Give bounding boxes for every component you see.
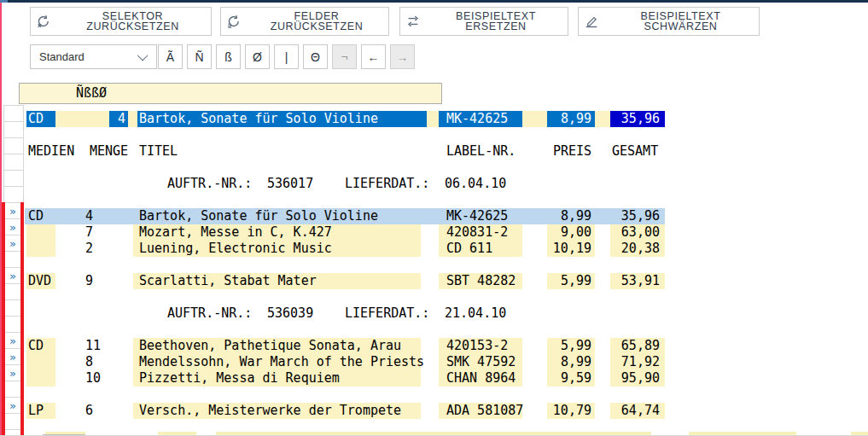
field-label-nr[interactable]: CHAN 8964 <box>439 370 522 387</box>
field-label-nr[interactable]: MK-42625 <box>439 111 522 127</box>
reset-selector-icon <box>36 14 51 29</box>
field-label-nr[interactable]: CD 611 <box>439 241 522 257</box>
field-gesamt[interactable]: 35,96 <box>610 111 665 127</box>
selector-cell-empty[interactable] <box>3 186 24 203</box>
field-medien[interactable]: LP <box>26 403 55 419</box>
field-label-nr[interactable]: 420153-2 <box>439 338 522 354</box>
field-menge[interactable]: 7 <box>85 224 126 241</box>
toolbar-button-reset-selector[interactable]: SELEKTOR ZURÜCKSETZEN <box>30 7 212 36</box>
field-preis[interactable]: 8,99 <box>547 354 595 370</box>
field-titel[interactable]: Luening, Electronic Music <box>133 241 421 257</box>
field-medien[interactable]: DVD <box>26 273 55 289</box>
field-menge[interactable]: 4 <box>109 111 128 127</box>
char-button-7[interactable]: ← <box>361 44 386 69</box>
field-titel[interactable]: Versch., Meisterwerke der Trompete <box>133 403 421 419</box>
selector-cell-empty[interactable] <box>5 299 20 316</box>
char-button-1[interactable]: Ñ <box>187 44 212 69</box>
row-select-chevron[interactable]: » <box>5 332 20 348</box>
field-titel[interactable]: Bartok, Sonate für Solo Violine <box>133 208 421 224</box>
field-preis[interactable]: 9,59 <box>547 370 595 387</box>
row-select-chevron[interactable]: » <box>5 202 20 218</box>
char-button-2[interactable]: ß <box>216 44 241 69</box>
field-gesamt[interactable]: 53,91 <box>610 273 665 289</box>
field-menge[interactable]: 8 <box>85 354 126 370</box>
chevron-right-icon: » <box>9 367 16 380</box>
reset-fields-icon <box>226 14 242 29</box>
top-input-field[interactable]: ÑßßØ <box>19 83 442 104</box>
field-preis[interactable]: 5,99 <box>547 273 595 289</box>
field-gap[interactable] <box>427 111 439 127</box>
field-gesamt[interactable]: 20,38 <box>610 241 665 257</box>
row-select-chevron[interactable]: » <box>5 267 20 283</box>
toolbar-button-replace-text[interactable]: BEISPIELTEXT ERSETZEN <box>399 7 568 36</box>
field-label-nr[interactable]: MK-42625 <box>439 208 522 224</box>
field-preis[interactable]: 10,79 <box>547 403 595 419</box>
row-select-chevron[interactable]: » <box>5 218 20 235</box>
char-button-4[interactable]: | <box>274 44 299 69</box>
order-item-row: DVD9Scarlatti, Stabat MaterSBT 482825,99… <box>0 273 868 289</box>
field-gap[interactable] <box>595 111 610 127</box>
field-menge[interactable]: 11 <box>85 338 126 354</box>
field-medien[interactable]: CD <box>26 111 55 127</box>
char-button-6: ¬ <box>332 44 357 69</box>
selector-cell-empty[interactable] <box>5 381 20 397</box>
field-gesamt[interactable]: 95,90 <box>610 370 665 387</box>
row-select-chevron[interactable]: » <box>5 364 20 381</box>
field-medien[interactable] <box>26 354 55 370</box>
row-select-chevron[interactable]: » <box>5 397 20 413</box>
row-select-chevron[interactable]: » <box>5 235 20 251</box>
field-menge[interactable]: 6 <box>85 403 126 419</box>
selector-cell-empty[interactable] <box>3 137 24 154</box>
field-label-nr[interactable]: SBT 48282 <box>439 273 522 289</box>
profile-dropdown[interactable]: Standard <box>30 44 157 69</box>
field-titel[interactable]: Beethoven, Pathetique Sonata, Arau <box>133 338 421 354</box>
char-button-3[interactable]: Ø <box>245 44 270 69</box>
field-menge[interactable]: 9 <box>85 273 126 289</box>
row-select-chevron[interactable]: » <box>5 348 20 364</box>
field-medien[interactable]: CD <box>26 208 55 224</box>
field-titel[interactable]: Pizzetti, Messa di Requiem <box>133 370 421 387</box>
field-titel[interactable]: Bartok, Sonate für Solo Violine <box>137 111 427 127</box>
field-gesamt[interactable]: 65,89 <box>610 338 665 354</box>
field-preis[interactable]: 9,00 <box>547 224 595 241</box>
field-medien[interactable] <box>26 370 55 387</box>
field-gesamt[interactable]: 63,00 <box>610 224 665 241</box>
field-medien[interactable] <box>26 224 55 241</box>
field-gesamt[interactable]: 35,96 <box>610 208 665 224</box>
char-button-0[interactable]: Ã <box>158 44 183 69</box>
field-preis[interactable]: 10,19 <box>547 241 595 257</box>
char-button-8: → <box>390 44 415 69</box>
field-preis[interactable]: 8,99 <box>547 111 595 127</box>
toolbar-button-reset-fields[interactable]: FELDER ZURÜCKSETZEN <box>220 7 389 36</box>
field-gap[interactable] <box>55 111 109 127</box>
field-preis[interactable]: 8,99 <box>547 208 595 224</box>
field-titel[interactable]: Scarlatti, Stabat Mater <box>133 273 421 289</box>
field-gap[interactable] <box>128 111 137 127</box>
field-label-nr[interactable]: SMK 47592 <box>439 354 522 370</box>
selector-cell-empty[interactable] <box>3 154 24 171</box>
field-menge[interactable]: 2 <box>85 241 126 257</box>
field-menge[interactable]: 4 <box>85 208 126 224</box>
toolbar-button-label: SELEKTOR ZURÜCKSETZEN <box>60 11 206 32</box>
field-medien[interactable] <box>26 241 55 257</box>
field-gesamt[interactable]: 71,92 <box>610 354 665 370</box>
selector-cell-empty[interactable] <box>3 121 24 138</box>
field-label-nr[interactable]: ADA 581087 <box>439 403 522 419</box>
order-info-row: AUFTR.-NR.:536017LIEFERDAT.:06.04.10 <box>0 176 868 192</box>
field-titel[interactable]: Mozart, Messe in C, K.427 <box>133 224 421 241</box>
field-preis[interactable]: 5,99 <box>547 338 595 354</box>
selector-cell-empty[interactable] <box>3 170 24 187</box>
field-titel[interactable]: Mendelssohn, War March of the Priests <box>133 354 421 370</box>
char-button-5[interactable]: Θ <box>303 44 328 69</box>
field-medien[interactable]: CD <box>26 338 55 354</box>
selector-cell-empty[interactable] <box>5 251 20 267</box>
toolbar-button-redact-text[interactable]: BEISPIELTEXT SCHWÄRZEN <box>578 7 760 36</box>
field-menge[interactable]: 10 <box>85 370 126 387</box>
field-gap[interactable] <box>522 111 547 127</box>
selector-cell-empty[interactable] <box>5 283 20 299</box>
selector-cell-empty[interactable] <box>3 105 24 122</box>
field-label-nr[interactable]: 420831-2 <box>439 224 522 241</box>
selector-cell-empty[interactable] <box>5 316 20 332</box>
field-gesamt[interactable]: 64,74 <box>610 403 665 419</box>
selector-cell-empty[interactable] <box>5 413 20 429</box>
